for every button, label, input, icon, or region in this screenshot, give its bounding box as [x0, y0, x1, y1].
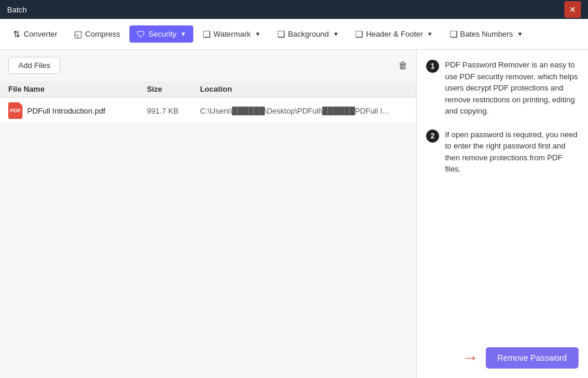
toolbar-item-security[interactable]: 🛡Security▼	[129, 25, 193, 43]
toolbar-label-security: Security	[148, 30, 176, 38]
background-chevron-icon: ▼	[333, 31, 339, 37]
bates-numbers-icon: ❏	[450, 29, 457, 40]
compress-icon: ◱	[74, 29, 82, 40]
app-title: Batch	[7, 5, 27, 14]
info-text-2: If open password is required, you need t…	[445, 129, 579, 175]
toolbar-label-header-footer: Header & Footer	[366, 30, 423, 38]
delete-button[interactable]: 🗑	[398, 60, 408, 71]
left-panel-toolbar: Add Files 🗑	[0, 50, 416, 81]
table-row[interactable]: PDFPDFull Introduction.pdf991.7 KBC:\Use…	[0, 98, 416, 124]
close-button[interactable]: ✕	[564, 1, 581, 18]
toolbar-item-converter[interactable]: ⇅Converter	[6, 25, 64, 43]
header-footer-icon: ❏	[355, 29, 363, 40]
remove-password-button[interactable]: Remove Password	[486, 347, 579, 369]
file-rows-container: PDFPDFull Introduction.pdf991.7 KBC:\Use…	[0, 98, 416, 124]
toolbar-item-watermark[interactable]: ❏Watermark▼	[196, 25, 268, 43]
toolbar-label-converter: Converter	[24, 30, 57, 38]
toolbar-label-watermark: Watermark	[213, 30, 251, 38]
header-footer-chevron-icon: ▼	[427, 31, 433, 37]
arrow-right-icon: →	[462, 348, 479, 367]
toolbar-item-compress[interactable]: ◱Compress	[67, 25, 127, 43]
file-size-cell: 991.7 KB	[147, 106, 200, 115]
toolbar-label-background: Background	[288, 30, 329, 38]
remove-password-area: → Remove Password	[426, 341, 579, 369]
security-icon: 🛡	[137, 29, 145, 39]
info-number-2: 2	[426, 130, 439, 143]
file-name-text: PDFull Introduction.pdf	[27, 106, 105, 115]
file-list-header: File Name Size Location	[0, 81, 416, 98]
bates-numbers-chevron-icon: ▼	[517, 31, 523, 37]
toolbar-label-bates-numbers: Bates Numbers	[460, 30, 514, 38]
toolbar: ⇅Converter◱Compress🛡Security▼❏Watermark▼…	[0, 19, 588, 50]
file-list: File Name Size Location PDFPDFull Introd…	[0, 81, 416, 378]
toolbar-item-background[interactable]: ❏Background▼	[270, 25, 346, 43]
header-size: Size	[147, 85, 200, 93]
info-text-1: PDF Password Remover is an easy to use P…	[445, 59, 579, 117]
converter-icon: ⇅	[13, 29, 21, 40]
header-location: Location	[200, 85, 408, 93]
toolbar-item-header-footer[interactable]: ❏Header & Footer▼	[348, 25, 440, 43]
add-files-button[interactable]: Add Files	[8, 57, 60, 74]
watermark-icon: ❏	[203, 29, 210, 40]
security-chevron-icon: ▼	[180, 31, 186, 37]
info-item-2: 2 If open password is required, you need…	[426, 129, 579, 175]
file-location-cell: C:\Users\██████\Desktop\PDFull\██████PDF…	[200, 106, 408, 115]
toolbar-item-bates-numbers[interactable]: ❏Bates Numbers▼	[443, 25, 531, 43]
header-name: File Name	[8, 85, 147, 93]
info-item-1: 1 PDF Password Remover is an easy to use…	[426, 59, 579, 117]
left-panel: Add Files 🗑 File Name Size Location PDFP…	[0, 50, 417, 378]
title-bar: Batch ✕	[0, 0, 588, 19]
pdf-icon: PDF	[8, 102, 22, 119]
main-layout: Add Files 🗑 File Name Size Location PDFP…	[0, 50, 588, 378]
info-number-1: 1	[426, 60, 439, 73]
toolbar-label-compress: Compress	[85, 30, 120, 38]
info-list: 1 PDF Password Remover is an easy to use…	[426, 59, 579, 341]
watermark-chevron-icon: ▼	[255, 31, 261, 37]
file-name-cell: PDFPDFull Introduction.pdf	[8, 102, 147, 119]
background-icon: ❏	[277, 29, 285, 40]
right-panel: 1 PDF Password Remover is an easy to use…	[417, 50, 588, 378]
